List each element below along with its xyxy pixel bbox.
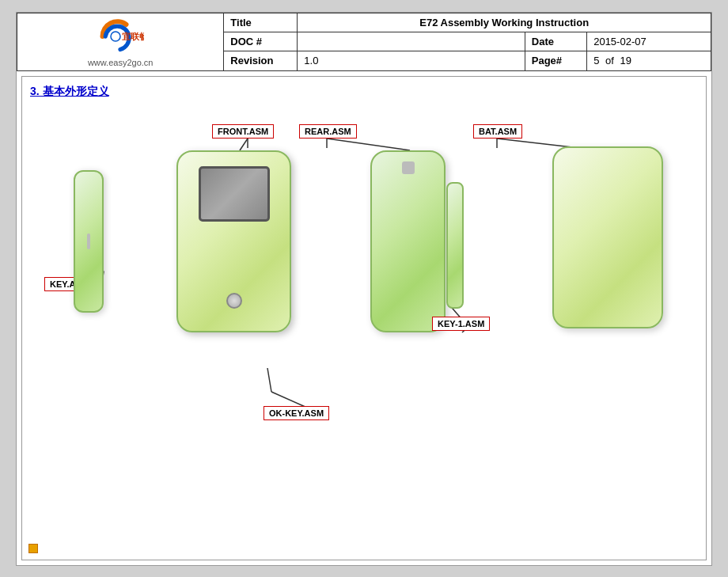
- page-total: 19: [620, 55, 631, 66]
- doc-label: DOC #: [224, 32, 298, 51]
- svg-text:宜联畅游: 宜联畅游: [122, 31, 145, 40]
- svg-line-16: [271, 392, 307, 408]
- page-current: 5: [593, 55, 599, 66]
- ok-key-asm-label: OK-KEY.ASM: [264, 406, 329, 420]
- svg-line-5: [240, 139, 248, 150]
- rear-asm-label: REAR.ASM: [299, 124, 357, 139]
- bat-device: [552, 146, 663, 328]
- doc-value: [298, 32, 525, 51]
- page-label: Page#: [525, 51, 586, 70]
- content-area: 3. 基本外形定义 KEY.ASM: [21, 76, 707, 560]
- front-device: [176, 150, 291, 332]
- device-screen: [199, 166, 270, 222]
- page-of-text: of: [605, 55, 614, 66]
- diagram-area: KEY.ASM: [30, 107, 698, 495]
- device-ok-button: [226, 293, 242, 309]
- svg-point-0: [111, 32, 120, 41]
- key1-asm-label: KEY-1.ASM: [432, 317, 490, 331]
- corner-marker: [28, 544, 38, 553]
- rear-device: [370, 150, 446, 332]
- side-device: [74, 170, 104, 313]
- bat-asm-label: BAT.ASM: [473, 124, 522, 139]
- section-title: 3. 基本外形定义: [30, 85, 698, 99]
- date-label: Date: [525, 32, 586, 51]
- logo-url: www.easy2go.cn: [88, 58, 154, 67]
- date-value: 2015-02-07: [587, 32, 711, 51]
- svg-line-17: [267, 368, 271, 392]
- rear-side-device: [446, 182, 464, 309]
- page-info: 5 of 19: [587, 51, 711, 70]
- logo-cell: 宜联畅游 www.easy2go.cn: [17, 13, 224, 70]
- revision-label: Revision: [224, 51, 298, 70]
- page: 宜联畅游 www.easy2go.cn Title E72 Assembly W…: [16, 12, 712, 566]
- logo-container: 宜联畅游 www.easy2go.cn: [24, 17, 217, 67]
- title-value: E72 Assembly Working Instruction: [298, 13, 711, 32]
- front-asm-label: FRONT.ASM: [212, 124, 274, 139]
- revision-value: 1.0: [298, 51, 525, 70]
- company-logo: 宜联畅游: [97, 17, 144, 56]
- title-label: Title: [224, 13, 298, 32]
- svg-line-8: [327, 139, 410, 150]
- header-table: 宜联畅游 www.easy2go.cn Title E72 Assembly W…: [17, 13, 711, 71]
